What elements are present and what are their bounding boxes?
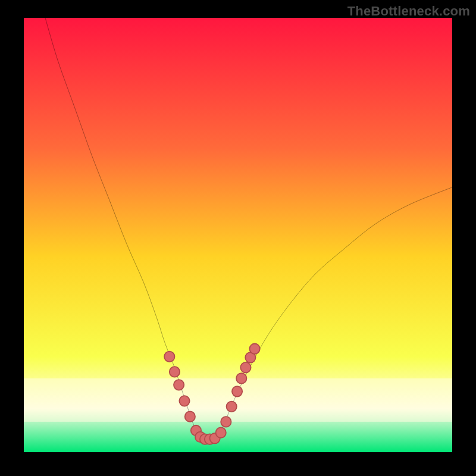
plot-area: [24, 18, 452, 452]
curve-marker: [232, 386, 242, 397]
curve-marker: [216, 427, 226, 438]
curve-marker: [240, 362, 250, 373]
curve-marker: [249, 344, 259, 355]
curve-marker: [170, 367, 180, 377]
chart-frame: TheBottleneck.com: [0, 0, 476, 476]
pale-band: [24, 378, 452, 422]
curve-marker: [221, 416, 231, 427]
watermark-text: TheBottleneck.com: [347, 4, 470, 19]
curve-marker: [185, 411, 195, 422]
curve-marker: [179, 396, 189, 406]
plot-svg: [24, 18, 452, 452]
curve-marker: [164, 352, 174, 362]
curve-marker: [236, 373, 246, 384]
curve-marker: [174, 380, 184, 390]
curve-marker: [227, 402, 237, 412]
